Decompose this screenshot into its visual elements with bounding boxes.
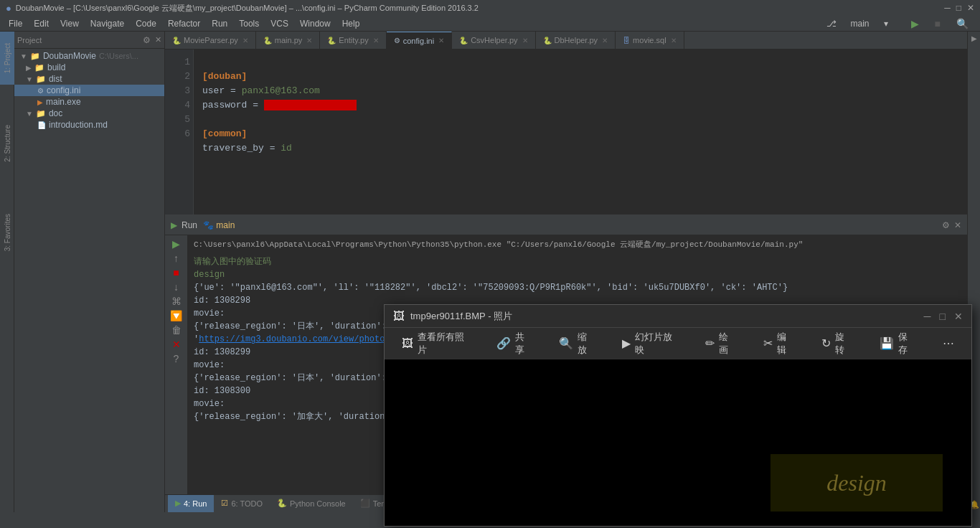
app-icon: ● — [6, 3, 11, 14]
run-stop-icon[interactable]: ■ — [173, 267, 179, 278]
menu-vcs[interactable]: VCS — [265, 17, 294, 30]
view-all-photos-icon: 🖼 — [402, 337, 413, 350]
config-ini-label: config.ini — [47, 85, 80, 95]
tool-save[interactable]: 💾 保存 — [874, 328, 920, 359]
tab-movieparser-icon: 🐍 — [172, 37, 181, 44]
left-tab-favorites[interactable]: 3: Favorites — [0, 202, 14, 263]
tool-slideshow[interactable]: ▶ 幻灯片放映 — [616, 328, 682, 359]
image-viewer-minimize-button[interactable]: ─ — [924, 311, 931, 322]
tab-dbhelper-close[interactable]: ✕ — [602, 37, 608, 44]
project-hide-icon[interactable]: ✕ — [155, 35, 161, 44]
image-viewer-maximize-button[interactable]: □ — [940, 311, 946, 322]
tool-share[interactable]: 🔗 共享 — [491, 328, 537, 359]
bottom-tab-todo[interactable]: ☑ 6: TODO — [214, 495, 270, 512]
tree-doc[interactable]: ▼ 📁 doc — [14, 108, 164, 119]
menu-tools[interactable]: Tools — [233, 17, 265, 30]
edit-label: 编辑 — [777, 331, 793, 357]
run-scroll-up-icon[interactable]: ↑ — [174, 253, 179, 264]
tab-main[interactable]: 🐍 main.py ✕ — [256, 32, 321, 49]
tree-main-exe[interactable]: ▶ main.exe — [14, 96, 164, 108]
editor-area: 1 2 3 4 5 6 [douban] user = panxl6@163.c… — [165, 50, 967, 214]
tree-build[interactable]: ▶ 📁 build — [14, 62, 164, 73]
tab-csvhelper-close[interactable]: ✕ — [522, 37, 528, 44]
code-editor[interactable]: [douban] user = panxl6@163.com password … — [194, 50, 967, 214]
run-wrap-icon[interactable]: ⌘ — [171, 296, 182, 307]
image-viewer-content: design — [385, 359, 971, 526]
rotate-icon: ↻ — [821, 336, 831, 350]
root-label: DoubanMovie — [43, 51, 96, 61]
menu-help[interactable]: Help — [336, 17, 366, 30]
tool-more[interactable]: ⋯ — [937, 334, 960, 353]
left-tab-structure[interactable]: 2: Structure — [0, 113, 14, 174]
rotate-label: 旋转 — [835, 331, 851, 357]
run-panel-header: ▶ Run 🐾 main ⚙ ✕ — [165, 215, 967, 235]
run-panel-gear-icon[interactable]: ⚙ — [942, 220, 950, 230]
menu-code[interactable]: Code — [130, 17, 162, 30]
build-label: build — [47, 62, 65, 72]
run-filter-icon[interactable]: 🔽 — [170, 310, 182, 321]
branch-dropdown-icon[interactable]: ▾ — [878, 17, 894, 30]
run-scroll-down-icon[interactable]: ↓ — [174, 281, 179, 293]
tab-entity[interactable]: 🐍 Entity.py ✕ — [320, 32, 386, 49]
run-button[interactable]: ▶ — [905, 16, 925, 31]
search-everywhere-button[interactable]: 🔍 — [951, 16, 974, 31]
tab-csvhelper-icon: 🐍 — [459, 37, 468, 44]
build-collapse-icon: ▶ — [26, 64, 32, 72]
run-panel-run-label: Run — [182, 220, 197, 230]
run-trash-icon[interactable]: 🗑 — [171, 324, 182, 336]
tool-draw[interactable]: ✏ 绘画 — [699, 328, 740, 359]
tab-movieparser[interactable]: 🐍 MovieParser.py ✕ — [165, 32, 256, 49]
run-cmd-line: C:\Users\panxl6\AppData\Local\Programs\P… — [194, 238, 961, 251]
main-exe-icon: ▶ — [37, 98, 43, 106]
tool-edit[interactable]: ✂ 编辑 — [758, 328, 798, 359]
project-header-label: Project — [17, 36, 42, 44]
tab-csvhelper[interactable]: 🐍 CsvHelper.py ✕ — [452, 32, 535, 49]
run-panel-close-icon[interactable]: ✕ — [954, 220, 961, 230]
tree-config-ini[interactable]: ⚙ config.ini — [14, 85, 164, 96]
stop-button[interactable]: ■ — [929, 16, 946, 31]
tool-rotate[interactable]: ↻ 旋转 — [816, 328, 857, 359]
tool-view-all-photos[interactable]: 🖼 查看所有照片 — [396, 328, 473, 359]
run-help-icon[interactable]: ? — [174, 353, 179, 364]
tab-moviesql[interactable]: 🗄 movie.sql ✕ — [616, 32, 684, 49]
tab-movieparser-close[interactable]: ✕ — [242, 37, 248, 44]
branch-indicator[interactable]: ⎇ main ▾ — [815, 16, 900, 32]
run-error-icon[interactable]: ✕ — [172, 339, 181, 350]
branch-icon: ⎇ — [821, 17, 842, 30]
menu-navigate[interactable]: Navigate — [85, 17, 130, 30]
verification-prompt: 请输入图中的验证码 — [194, 255, 961, 268]
bottom-tab-python-console[interactable]: 🐍 Python Console — [270, 495, 353, 512]
line-numbers: 1 2 3 4 5 6 — [165, 50, 194, 214]
menu-edit[interactable]: Edit — [28, 17, 55, 30]
menu-view[interactable]: View — [55, 17, 85, 30]
project-panel: Project ⚙ ✕ ▼ 📁 DoubanMovie C:\Users\...… — [14, 32, 165, 512]
tree-dist[interactable]: ▼ 📁 dist — [14, 73, 164, 85]
save-icon: 💾 — [880, 336, 894, 350]
tab-moviesql-close[interactable]: ✕ — [671, 37, 677, 44]
tree-intro-md[interactable]: 📄 introduction.md — [14, 119, 164, 131]
dist-label: dist — [49, 74, 62, 84]
tab-config[interactable]: ⚙ config.ini ✕ — [387, 32, 452, 49]
tab-main-close[interactable]: ✕ — [306, 37, 312, 44]
window-controls[interactable]: ─ □ ✕ — [944, 3, 974, 13]
image-viewer-close-button[interactable]: ✕ — [954, 311, 963, 322]
tab-dbhelper[interactable]: 🐍 DbHelper.py ✕ — [536, 32, 616, 49]
tree-root[interactable]: ▼ 📁 DoubanMovie C:\Users\... — [14, 50, 164, 62]
tab-bar: 🐍 MovieParser.py ✕ 🐍 main.py ✕ 🐍 Entity.… — [165, 32, 967, 50]
tab-entity-close[interactable]: ✕ — [373, 37, 379, 44]
run-restart-icon[interactable]: ▶ — [172, 238, 180, 250]
bottom-tab-run[interactable]: ▶ 4: Run — [168, 495, 214, 512]
tool-zoom[interactable]: 🔍 缩放 — [553, 328, 599, 359]
menu-refactor[interactable]: Refactor — [162, 17, 206, 30]
menu-window[interactable]: Window — [294, 17, 336, 30]
zoom-label: 缩放 — [578, 331, 593, 357]
project-settings-icon[interactable]: ⚙ — [143, 35, 151, 45]
menu-file[interactable]: File — [3, 17, 28, 30]
close-button[interactable]: ✕ — [967, 3, 974, 13]
menu-run[interactable]: Run — [206, 17, 233, 30]
json-data-line: {'ue': '"panxl6@163.com"', 'll': '"11828… — [194, 281, 961, 294]
left-tab-project[interactable]: 1: Project — [0, 32, 14, 85]
maximize-button[interactable]: □ — [956, 3, 961, 13]
tab-config-close[interactable]: ✕ — [438, 37, 444, 44]
minimize-button[interactable]: ─ — [944, 3, 951, 13]
